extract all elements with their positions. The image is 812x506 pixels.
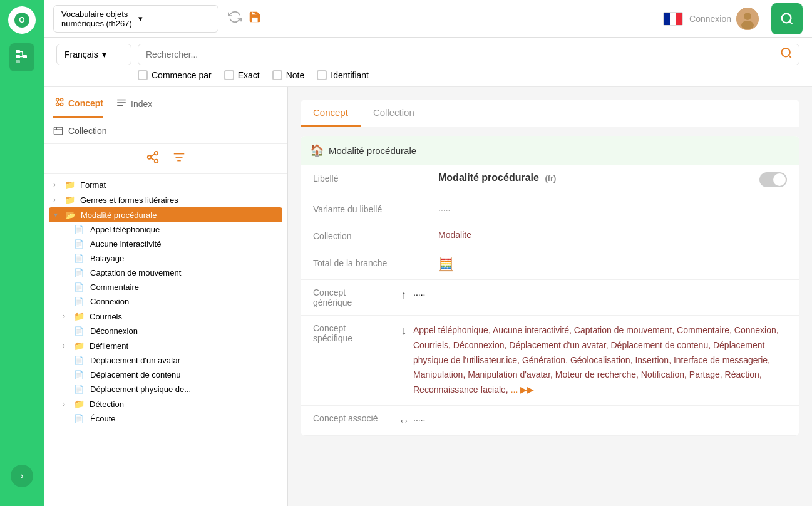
filter-commence[interactable]: Commence par [138,70,212,80]
collapse-sidebar-button[interactable]: › [11,465,33,487]
user-avatar[interactable] [736,8,759,30]
app-logo[interactable]: O [8,6,36,34]
app-header: Vocabulaire objets numériques (th267) ▾ [44,0,812,38]
more-link[interactable]: ... ▶▶ [511,385,535,395]
connexion-label: Connexion [689,14,731,24]
svg-point-19 [56,103,59,106]
tree-item-deconnexion[interactable]: 📄 Déconnexion [44,324,287,338]
file-icon-deplacement-contenu: 📄 [74,370,85,380]
libelle-text: Modalité procédurale [438,172,539,183]
tree-item-defilement[interactable]: › 📁 Défilement [44,338,287,353]
tree-item-connexion-label: Connexion [90,297,129,306]
tree-item-aucune[interactable]: 📄 Aucune interactivité [44,237,287,251]
exact-checkbox[interactable] [224,70,234,80]
filter-icon[interactable] [172,150,186,167]
expand-arrow-format: › [53,180,62,189]
svg-point-31 [147,155,151,159]
svg-point-13 [782,13,791,23]
svg-point-12 [741,21,754,29]
total-label: Total de la branche [313,257,438,268]
identifiant-checkbox[interactable] [317,70,327,80]
detail-tab-collection-label: Collection [373,107,414,118]
tree-item-commentaire[interactable]: 📄 Commentaire [44,280,287,294]
tree-item-detection-label: Détection [90,400,124,409]
detail-card: 🏠 Modalité procédurale Libellé Modalité … [301,136,799,436]
tree-toolbar [44,144,287,174]
nav-tree-icon[interactable] [9,43,34,71]
svg-line-33 [150,158,154,160]
expand-arrow-genres: › [53,195,62,204]
tree-item-deplacement-physique[interactable]: 📄 Déplacement physique de... [44,382,287,396]
tree-item-appel-label: Appel téléphonique [90,225,160,234]
search-input[interactable] [138,44,799,65]
toggle-switch[interactable] [759,172,787,187]
detail-tab-concept[interactable]: Concept [301,100,361,126]
tree-item-balayage[interactable]: 📄 Balayage [44,251,287,266]
tree-item-ecoute[interactable]: 📄 Écoute [44,411,287,426]
tree-item-appel[interactable]: 📄 Appel téléphonique [44,222,287,237]
search-submit-icon[interactable] [780,47,793,63]
filter-exact[interactable]: Exact [224,70,260,80]
tree-item-deplacement-contenu[interactable]: 📄 Déplacement de contenu [44,368,287,382]
tree-item-connexion[interactable]: 📄 Connexion [44,294,287,309]
file-icon-ecoute: 📄 [74,414,85,423]
tree-item-format-label: Format [80,180,106,190]
detail-tab-collection[interactable]: Collection [361,100,427,126]
tree-item-genres[interactable]: › 📁 Genres et formes littéraires [44,192,287,207]
tree-item-modalite[interactable]: ▾ 📂 Modalité procédurale [49,207,282,222]
folder-icon-detection: 📁 [74,399,85,409]
refresh-icon[interactable] [228,10,242,27]
language-selector[interactable]: Français ▾ [56,44,131,65]
tab-concept-label: Concept [68,98,103,108]
concept-specifique-label: Concept spécifique [313,323,394,343]
note-checkbox[interactable] [272,70,282,80]
svg-rect-9 [23,55,27,58]
folder-icon-genres: 📁 [64,195,75,205]
tree-item-courriels[interactable]: › 📁 Courriels [44,309,287,324]
libelle-row: Libellé Modalité procédurale (fr) [301,165,799,195]
tree-item-genres-label: Genres et formes littéraires [80,195,178,205]
tree-item-detection[interactable]: › 📁 Détection [44,396,287,411]
tab-concept[interactable]: Concept [53,96,103,118]
filter-identifiant[interactable]: Identifiant [317,70,369,80]
concept-specifique-row: Concept spécifique ↓ Appel téléphonique,… [301,316,799,406]
tree-item-deplacement-avatar[interactable]: 📄 Déplacement d'un avatar [44,353,287,368]
concept-generique-value: ..... [413,287,787,297]
svg-point-20 [60,103,63,106]
language-chevron: ▾ [102,49,106,59]
filter-row: Commence par Exact Note Identifiant [56,65,799,83]
file-icon-deplacement-physique: 📄 [74,385,85,394]
detail-card-header: 🏠 Modalité procédurale [301,136,799,165]
tree-item-captation[interactable]: 📄 Captation de mouvement [44,266,287,280]
tab-index[interactable]: Index [116,96,152,118]
detail-tab-concept-label: Concept [313,107,348,118]
search-wrapper [138,44,799,65]
tree-item-balayage-label: Balayage [90,254,124,263]
index-tab-icon [116,97,127,111]
svg-point-15 [782,48,790,56]
collection-section: Collection [44,118,287,144]
filter-note[interactable]: Note [272,70,305,80]
svg-rect-5 [16,60,20,63]
global-search-button[interactable] [771,3,803,34]
expand-arrow-courriels: › [63,312,71,321]
concept-specifique-arrow: ↓ [394,323,413,338]
collection-field-label: Collection [313,230,438,241]
tree-content: › 📁 Format › 📁 Genres et formes littérai… [44,174,287,506]
file-icon-commentaire: 📄 [74,282,85,292]
expand-arrow-defilement: › [63,341,71,350]
commence-checkbox[interactable] [138,70,148,80]
libelle-value: Modalité procédurale (fr) [438,172,759,183]
svg-line-14 [789,21,792,24]
vocab-selector[interactable]: Vocabulaire objets numériques (th267) ▾ [53,5,218,33]
svg-point-18 [60,98,63,101]
commence-label: Commence par [152,70,212,80]
tree-item-format[interactable]: › 📁 Format [44,177,287,192]
identifiant-label: Identifiant [331,70,369,80]
save-icon[interactable] [248,10,262,27]
tree-panel: Concept Index Coll [44,87,288,506]
svg-line-16 [789,55,791,58]
collection-row: Collection Modalite [301,222,799,249]
calculator-icon: 🧮 [438,257,454,271]
share-icon[interactable] [146,150,160,167]
